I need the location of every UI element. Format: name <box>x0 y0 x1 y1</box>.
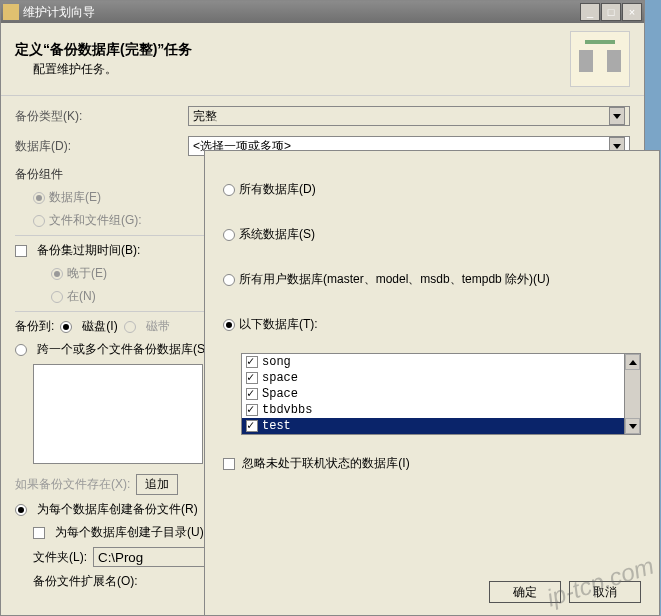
list-item[interactable]: test <box>242 418 624 434</box>
cancel-button[interactable]: 取消 <box>569 581 641 603</box>
page-title: 定义“备份数据库(完整)”任务 <box>15 41 570 59</box>
backup-type-dropdown: 完整 <box>188 106 630 126</box>
backup-to-disk[interactable] <box>60 321 72 333</box>
opt-these-databases[interactable]: 以下数据库(T): <box>223 316 641 333</box>
opt-all-databases[interactable]: 所有数据库(D) <box>223 181 641 198</box>
list-item[interactable]: song <box>242 354 624 370</box>
close-button[interactable]: × <box>622 3 642 21</box>
per-db-subdir-checkbox[interactable] <box>33 527 45 539</box>
backup-to-tape <box>124 321 136 333</box>
append-button[interactable]: 追加 <box>136 474 178 495</box>
backup-type-value: 完整 <box>193 108 217 125</box>
chevron-down-icon <box>609 107 625 125</box>
opt-system-databases[interactable]: 系统数据库(S) <box>223 226 641 243</box>
ignore-offline-label: 忽略未处于联机状态的数据库(I) <box>242 456 409 470</box>
folder-label: 文件夹(L): <box>33 549 87 566</box>
per-db-subdir-label: 为每个数据库创建子目录(U) <box>55 524 204 541</box>
window-title: 维护计划向导 <box>23 4 580 21</box>
app-icon <box>3 4 19 20</box>
ignore-offline-checkbox[interactable] <box>223 458 235 470</box>
backup-to-label: 备份到: <box>15 318 54 335</box>
opt-per-db-file[interactable] <box>15 504 27 516</box>
across-files-label: 跨一个或多个文件备份数据库(S): <box>37 341 212 358</box>
per-db-file-label: 为每个数据库创建备份文件(R) <box>37 501 198 518</box>
files-listbox[interactable] <box>33 364 203 464</box>
minimize-button[interactable]: _ <box>580 3 600 21</box>
ok-button[interactable]: 确定 <box>489 581 561 603</box>
list-item[interactable]: tbdvbbs <box>242 402 624 418</box>
ext-label: 备份文件扩展名(O): <box>33 573 138 590</box>
scroll-down-icon[interactable] <box>625 418 640 434</box>
page-subtitle: 配置维护任务。 <box>33 61 570 78</box>
list-item[interactable]: Space <box>242 386 624 402</box>
expiry-checkbox[interactable] <box>15 245 27 257</box>
titlebar: 维护计划向导 _ □ × <box>1 1 644 23</box>
if-exists-label: 如果备份文件存在(X): <box>15 476 130 493</box>
maximize-button[interactable]: □ <box>601 3 621 21</box>
header-graphic <box>570 31 630 87</box>
scrollbar[interactable] <box>624 354 640 434</box>
backup-type-label: 备份类型(K): <box>15 108 180 125</box>
opt-user-databases[interactable]: 所有用户数据库(master、model、msdb、tempdb 除外)(U) <box>223 271 641 288</box>
opt-across-files[interactable] <box>15 344 27 356</box>
databases-label: 数据库(D): <box>15 138 180 155</box>
list-item[interactable]: space <box>242 370 624 386</box>
database-select-popup: 所有数据库(D) 系统数据库(S) 所有用户数据库(master、model、m… <box>204 150 660 616</box>
database-checklist[interactable]: song space Space tbdvbbs test <box>241 353 641 435</box>
scroll-up-icon[interactable] <box>625 354 640 370</box>
wizard-header: 定义“备份数据库(完整)”任务 配置维护任务。 <box>1 23 644 96</box>
folder-input[interactable] <box>93 547 213 567</box>
expiry-label: 备份集过期时间(B): <box>37 242 140 259</box>
